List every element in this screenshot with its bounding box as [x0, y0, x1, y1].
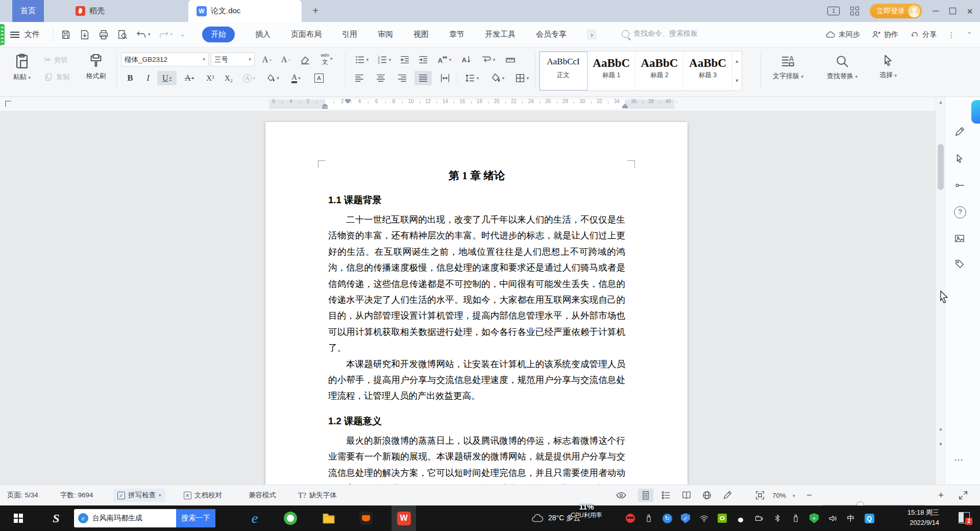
tray-qpinyin-icon[interactable]: Q [864, 513, 875, 524]
zoom-value[interactable]: 70% [772, 492, 786, 499]
redo-button[interactable]: ▾ [158, 29, 173, 40]
taskbar-app-browser[interactable] [278, 505, 303, 531]
char-scale-button[interactable]: ▾ [433, 53, 455, 67]
decrease-indent-button[interactable] [396, 53, 413, 67]
font-color-button[interactable]: A ▾ [286, 71, 306, 85]
align-right-button[interactable] [394, 71, 410, 85]
style-heading1[interactable]: AaBbC 标题 1 [587, 52, 635, 90]
horizontal-ruler[interactable]: 642246810121416182022242628303234363840 [0, 97, 980, 111]
align-center-button[interactable] [373, 71, 389, 85]
previous-page-icon[interactable]: ▲ [936, 426, 945, 431]
menu-tab-home[interactable]: 开始 [202, 27, 235, 42]
more-options-icon[interactable]: ⋮ [948, 31, 955, 39]
styles-scroll-up[interactable]: ▲ [734, 59, 739, 64]
collaborate-button[interactable]: 协作 [871, 30, 898, 39]
taskbar-search-box[interactable]: e 台风南玛都生成 搜索一下 [74, 509, 215, 527]
find-replace-button[interactable]: 查找替换 ▾ [821, 54, 864, 81]
login-button[interactable]: 立即登录 [870, 4, 922, 18]
font-size-select[interactable]: 三号▾ [211, 53, 255, 66]
styles-scroll-down[interactable]: ▼ [734, 78, 739, 83]
taskbar-clock[interactable]: 15:18 周三 2022/9/14 [886, 508, 939, 528]
align-left-button[interactable] [351, 71, 368, 85]
superscript-button[interactable]: X² [202, 71, 218, 85]
proofing-button[interactable]: ✕文档校对 [184, 491, 222, 500]
side-flag[interactable] [0, 24, 5, 45]
tray-qq-icon[interactable] [735, 513, 746, 524]
apps-grid-icon[interactable] [850, 7, 859, 15]
view-web-mode[interactable] [699, 489, 715, 502]
menu-tab-review[interactable]: 审阅 [378, 30, 393, 39]
tray-agent-icon[interactable] [625, 513, 636, 524]
menu-tab-dev-tools[interactable]: 开发工具 [485, 30, 516, 39]
export-pdf-icon[interactable] [79, 29, 90, 40]
format-painter-button[interactable]: 格式刷 [81, 53, 111, 81]
input-method-indicator[interactable]: 中 [845, 513, 856, 524]
tray-security-shield-icon[interactable]: ✓ [680, 513, 691, 524]
taskbar-app-s[interactable]: S [44, 505, 68, 531]
scroll-up-icon[interactable]: ▲ [936, 100, 945, 105]
help-icon[interactable]: ? [954, 206, 966, 219]
wrap-mark-button[interactable]: ▾ [477, 53, 499, 67]
print-preview-icon[interactable] [117, 29, 128, 40]
style-heading2[interactable]: AaBbC 标题 2 [635, 52, 683, 90]
decrease-font-button[interactable]: A− [278, 53, 294, 67]
taskbar-app-explorer[interactable] [316, 505, 341, 531]
style-normal[interactable]: AaBbCcI 正文 [540, 52, 587, 90]
close-button[interactable]: × [967, 6, 973, 16]
tray-usb-device-icon[interactable] [790, 513, 801, 524]
taskbar-app-wps[interactable]: W [391, 505, 416, 531]
image-tool-icon[interactable] [954, 233, 965, 244]
save-icon[interactable] [60, 29, 71, 40]
panel-more-icon[interactable]: ⋯ [954, 454, 967, 468]
page-indicator[interactable]: 页面: 5/34 [7, 491, 38, 500]
tray-volume-icon[interactable] [827, 513, 838, 524]
menu-tab-member[interactable]: 会员专享 [536, 30, 567, 39]
text-layout-button[interactable]: 文字排版 ▾ [769, 54, 807, 81]
text-direction-button[interactable] [457, 53, 475, 67]
sync-status[interactable]: 未同步 [825, 30, 860, 40]
taskbar-app-ie[interactable]: e [242, 505, 267, 531]
document-page[interactable]: 第 1 章 绪论 1.1 课题背景 二十一世纪互联网的出现，改变了几千年以来人们… [265, 122, 688, 485]
zoom-in-button[interactable]: + [938, 490, 944, 501]
subscript-button[interactable]: X₂ [220, 71, 237, 85]
pinyin-guide-button[interactable]: wén文▾ [316, 52, 337, 66]
fit-page-icon[interactable] [754, 490, 766, 501]
skin-flyout-tab[interactable] [971, 100, 980, 124]
tab-document[interactable]: W论文.doc [188, 0, 302, 22]
eye-protection-icon[interactable] [616, 490, 627, 501]
left-indent-marker[interactable] [322, 107, 328, 109]
ink-annotate-icon[interactable] [954, 126, 965, 137]
style-heading3[interactable]: AaBbC 标题 3 [683, 52, 731, 90]
view-outline-mode[interactable] [658, 489, 674, 502]
start-button[interactable] [6, 505, 31, 531]
tray-bluetooth-icon[interactable] [772, 513, 783, 524]
view-ink-mode[interactable] [720, 489, 735, 502]
print-icon[interactable] [98, 29, 109, 40]
compat-mode-label[interactable]: 兼容模式 [249, 491, 276, 500]
tray-wifi-icon[interactable] [698, 513, 709, 524]
tray-nvidia-icon[interactable] [717, 513, 728, 524]
italic-button[interactable]: I [141, 71, 155, 85]
tray-antivirus-icon[interactable]: + [808, 513, 820, 524]
numbered-list-button[interactable]: ▾ [374, 53, 394, 67]
char-border-button[interactable]: A [310, 71, 328, 85]
collapse-ribbon-icon[interactable]: ⌃ [967, 32, 972, 38]
increase-indent-button[interactable] [414, 53, 432, 67]
share-button[interactable]: 分享 [910, 30, 937, 39]
zoom-out-button[interactable]: − [806, 490, 812, 501]
missing-font-button[interactable]: T?缺失字体 [298, 491, 337, 500]
file-menu[interactable]: 文件 [10, 22, 40, 47]
clear-format-button[interactable] [297, 53, 313, 67]
tray-usb-icon[interactable] [643, 513, 654, 524]
justify-button[interactable] [414, 71, 432, 85]
new-tab-button[interactable]: + [309, 5, 322, 18]
taskbar-app-game[interactable] [354, 505, 378, 531]
document-text[interactable]: 第 1 章 绪论 1.1 课题背景 二十一世纪互联网的出现，改变了几千年以来人们… [328, 168, 625, 485]
increase-font-button[interactable]: A+ [259, 53, 275, 67]
underline-button[interactable]: U ▾ [157, 71, 177, 85]
menu-tab-insert[interactable]: 插入 [255, 30, 271, 39]
menu-tabs-more[interactable]: › [587, 29, 597, 40]
taskbar-search-button[interactable]: 搜索一下 [176, 509, 215, 527]
view-page-mode[interactable] [638, 489, 653, 502]
view-read-mode[interactable] [679, 489, 694, 502]
